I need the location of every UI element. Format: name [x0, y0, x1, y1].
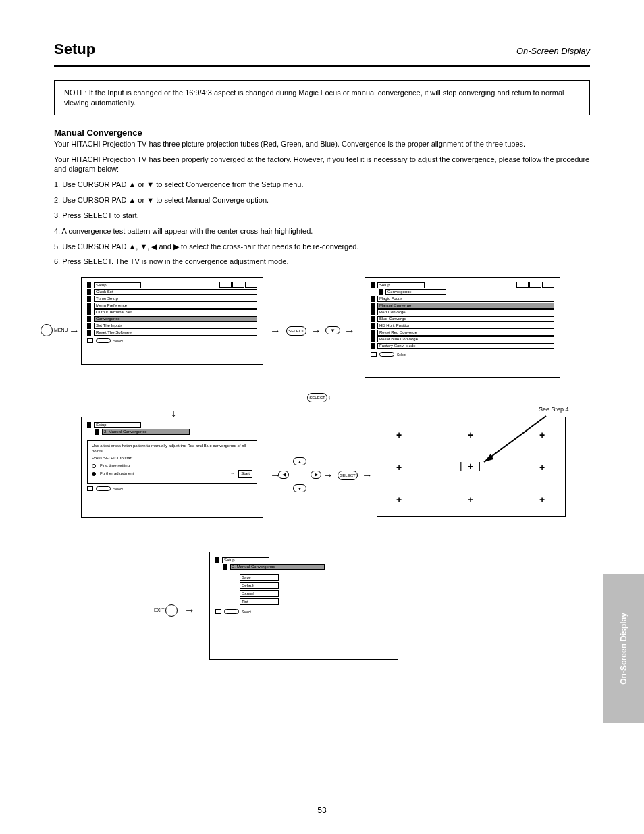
arrow-icon: →	[184, 604, 195, 617]
menu-item: Setup	[94, 422, 141, 428]
radio-option: First time setting	[100, 463, 130, 469]
menu-button-label: MENU	[54, 328, 68, 332]
menu-item: Magic Focus	[377, 296, 554, 302]
step-5: 5. Use CURSOR PAD ▲, ▼, ◀ and ▶ to selec…	[54, 242, 590, 252]
step-2: 2. Use CURSOR PAD ▲ or ▼ to select Manua…	[54, 195, 590, 205]
step-3: 3. Press SELECT to start.	[54, 211, 590, 221]
menu-item: Output Terminal Set	[94, 309, 257, 315]
menu-item: 2. Manual Convergence	[230, 564, 325, 570]
option-cancel: Cancel	[240, 590, 279, 597]
crosshair-icon: +	[539, 494, 545, 505]
test-pattern: + + + + | + | + + + +	[377, 417, 566, 517]
menu-item: Tuner Setup	[94, 296, 257, 302]
menu-item: Set The Inputs	[94, 323, 257, 329]
page-number: 53	[0, 806, 644, 815]
exit-button-label: EXIT	[154, 608, 165, 613]
menu-button-icon	[41, 324, 53, 336]
arrow-icon: →	[69, 325, 80, 337]
note-box: NOTE: If the Input is changed or the 16:…	[54, 80, 590, 115]
exit-button-icon	[165, 604, 178, 617]
menu-item: Menu Preference	[94, 303, 257, 309]
header-rule	[54, 65, 590, 67]
crosshair-icon: +	[396, 429, 402, 440]
desc-line: Use a test cross hatch pattern to manual…	[92, 444, 252, 454]
header-right: On-Screen Display	[516, 46, 590, 56]
menu-item: Red Converge	[377, 309, 554, 315]
start-button: Start	[238, 470, 252, 478]
osd-setup-main: Setup Clock Set Tuner Setup Menu Prefere…	[81, 277, 263, 365]
option-save: Save	[240, 574, 279, 581]
menu-item: HD Hori. Position	[377, 323, 554, 329]
option-tint: Tint	[240, 598, 279, 605]
paragraph-2: Your HITACHI Projection TV has been prop…	[54, 155, 590, 175]
select-button-icon: SELECT	[286, 326, 306, 336]
menu-item: Reset Blue Converge	[377, 336, 554, 342]
arrow-icon: →	[344, 325, 355, 337]
osd-manual-save: Setup 2. Manual Convergence Save Default…	[209, 552, 398, 660]
menu-item: Setup	[377, 282, 425, 288]
option-default: Default	[240, 582, 279, 589]
menu-item: 2. Manual Convergence	[102, 429, 190, 435]
select-button-icon: SELECT	[307, 393, 327, 402]
menu-item: Factory Conv. Mode	[377, 343, 554, 349]
arrow-icon: ←	[326, 392, 337, 404]
flow-line	[500, 382, 500, 398]
menu-item: Convergence	[385, 289, 446, 295]
arrow-icon: →	[270, 325, 281, 337]
footer-text: Select	[113, 339, 123, 343]
header-left: Setup	[54, 41, 95, 58]
step-1: 1. Use CURSOR PAD ▲ or ▼ to select Conve…	[54, 180, 590, 190]
section-title: Manual Convergence	[54, 128, 590, 138]
footer-text: Select	[397, 353, 406, 357]
cursor-pad-icon: ▲ ▼ ◀ ▶	[284, 459, 316, 491]
flow-diagram: MENU → Setup Clock Set Tuner Setup Menu …	[41, 273, 590, 665]
arrow-icon: →	[362, 469, 373, 481]
radio-option: Further adjustment	[100, 471, 134, 477]
step-6: 6. Press SELECT. The TV is now in the co…	[54, 257, 590, 267]
menu-item: Reset Red Converge	[377, 330, 554, 336]
callout-arrow-icon	[472, 413, 553, 466]
menu-item: Setup	[222, 557, 269, 563]
pattern-callout-label: See Step 4	[539, 406, 569, 413]
flow-line	[176, 398, 304, 398]
footer-text: Select	[113, 487, 123, 491]
select-button-icon: SELECT	[338, 471, 358, 480]
osd-manual-converge: Setup 2. Manual Convergence Use a test c…	[81, 417, 263, 518]
crosshair-icon: +	[396, 494, 402, 505]
menu-item: Setup	[94, 282, 141, 288]
step-4: 4. A convergence test pattern will appea…	[54, 226, 590, 236]
arrow-icon: →	[323, 469, 333, 481]
desc-line: Press SELECT to start.	[92, 456, 252, 461]
svg-marker-1	[484, 454, 493, 462]
menu-item-selected: Convergence	[94, 316, 257, 322]
crosshair-icon: +	[396, 462, 402, 473]
arrow-icon: →	[311, 325, 321, 337]
osd-convergence-list: Setup Convergence Magic Focus Manual Con…	[365, 277, 560, 378]
menu-item-selected: Manual Converge	[377, 303, 554, 309]
menu-item: Reset The Software	[94, 330, 257, 336]
paragraph-1: Your HITACHI Projection TV has three pic…	[54, 139, 590, 149]
svg-line-0	[484, 416, 546, 462]
menu-item: Clock Set	[94, 289, 257, 295]
footer-text: Select	[242, 610, 251, 614]
cursor-down-icon: ▼	[325, 326, 340, 334]
menu-item: Blue Converge	[377, 316, 554, 322]
side-tab: On-Screen Display	[603, 574, 644, 723]
crosshair-icon: +	[468, 494, 473, 505]
flow-line	[335, 398, 500, 398]
